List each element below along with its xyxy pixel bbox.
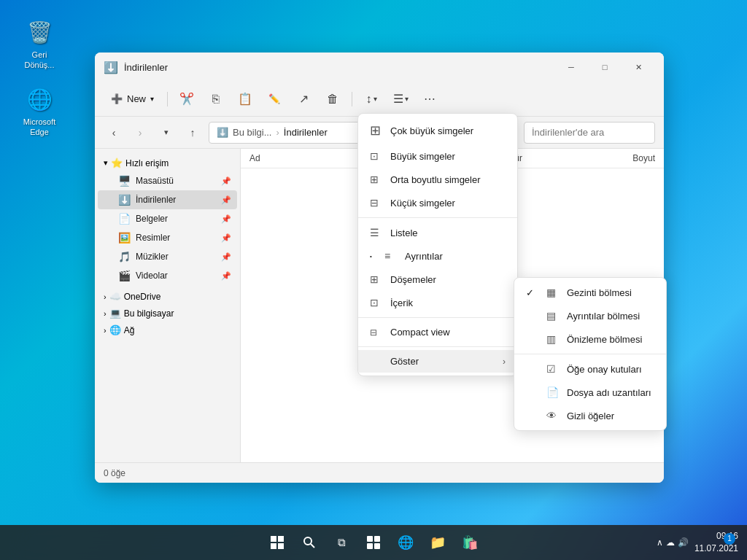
quick-access-icon: ⭐ [111, 158, 123, 168]
copy-button[interactable]: ⎘ [203, 86, 229, 112]
ayrintilar-bolmesi-icon: ▤ [546, 310, 558, 322]
menu-item-goster[interactable]: Göster › [358, 350, 517, 373]
address-path-part2: İndirilenler [284, 127, 328, 138]
menu-item-compact[interactable]: ⊟ Compact view [358, 321, 517, 343]
new-chevron-icon: ▾ [150, 95, 154, 103]
network-icon: 🌐 [109, 324, 121, 335]
resimler-label: Resimler [136, 233, 170, 243]
taskview-button[interactable]: ⧉ [327, 528, 356, 557]
sidebar-onedrive-header[interactable]: › ☁️ OneDrive [98, 288, 237, 305]
start-button[interactable] [263, 528, 292, 557]
submenu-item-gizli[interactable]: 👁 Gizli öğeler [514, 404, 666, 427]
sidebar-item-indirilenler[interactable]: ⬇️ İndirilenler 📌 [98, 190, 237, 209]
view-icon: ☰ [393, 92, 403, 106]
submenu-item-gezinti[interactable]: ✓ ▦ Gezinti bölmesi [514, 281, 666, 304]
resimler-icon: 🖼️ [118, 232, 130, 244]
cok-buyuk-label: Çok büyük simgeler [390, 125, 473, 136]
menu-item-cok-buyuk[interactable]: ⊞ Çok büyük simgeler [358, 117, 517, 144]
new-button[interactable]: ➕ New ▾ [104, 89, 161, 109]
sidebar-thispc-header[interactable]: › 💻 Bu bilgisayar [98, 305, 237, 322]
sidebar-item-masaustu[interactable]: 🖥️ Masaüstü 📌 [98, 171, 237, 190]
taskbar-center: ⧉ 🌐 📁 🛍️ [263, 528, 484, 557]
rename-button[interactable]: ✏️ [261, 86, 287, 112]
close-button[interactable]: ✕ [622, 55, 655, 79]
view-chevron-icon: ▾ [405, 95, 409, 103]
sidebar-item-resimler[interactable]: 🖼️ Resimler 📌 [98, 228, 237, 247]
address-separator-1: › [276, 127, 279, 138]
explorer-taskbar-icon[interactable]: 📁 [423, 528, 452, 557]
widgets-button[interactable] [359, 528, 388, 557]
paste-button[interactable]: 📋 [232, 86, 258, 112]
buyuk-label: Büyük simgeler [390, 151, 455, 162]
menu-item-kucuk[interactable]: ⊟ Küçük simgeler [358, 191, 517, 214]
show-submenu: ✓ ▦ Gezinti bölmesi ▤ Ayrıntılar bölmesi… [514, 277, 667, 431]
status-bar: 0 öğe [95, 462, 664, 483]
icerik-icon: ⊡ [370, 297, 382, 308]
taskbar-time[interactable]: 09:16 11.07.2021 1 [694, 530, 738, 555]
bullet-icon: • [370, 253, 376, 260]
muzikler-label: Müzikler [136, 252, 169, 262]
sidebar-item-videolar[interactable]: 🎬 Videolar 📌 [98, 266, 237, 285]
col-type: Tür [509, 153, 597, 163]
taskbar: ⧉ 🌐 📁 🛍️ ∧ ☁ 🔊 [0, 525, 747, 560]
new-label: New [127, 93, 146, 104]
view-button[interactable]: ☰ ▾ [387, 86, 414, 112]
svg-rect-0 [271, 536, 276, 542]
desktop-icon-recycle-bin[interactable]: 🗑️ Geri Dönüş... [13, 13, 66, 75]
search-input[interactable] [524, 122, 655, 144]
cut-button[interactable]: ✂️ [174, 86, 200, 112]
submenu-item-oge-onay[interactable]: ☑ Öğe onay kutuları [514, 357, 666, 381]
delete-button[interactable]: 🗑 [320, 86, 346, 112]
sort-chevron-icon: ▾ [374, 95, 377, 103]
thispc-icon: 💻 [109, 308, 121, 319]
share-button[interactable]: ↗ [290, 86, 317, 112]
menu-item-listele[interactable]: ☰ Listele [358, 221, 517, 244]
search-taskbar-button[interactable] [295, 528, 324, 557]
new-icon: ➕ [111, 93, 123, 104]
submenu-item-ayrintilar-bolmesi[interactable]: ▤ Ayrıntılar bölmesi [514, 304, 666, 327]
network-sys-icon[interactable]: ☁ [666, 537, 675, 548]
desktop-icon-edge[interactable]: 🌐 Microsoft Edge [13, 80, 66, 142]
sort-button[interactable]: ↕ ▾ [358, 86, 384, 112]
menu-sep-3 [358, 346, 517, 347]
menu-item-ayrintilar[interactable]: • ≡ Ayrıntılar [358, 244, 517, 268]
pin-icon-5: 📌 [221, 252, 231, 262]
menu-item-icerik[interactable]: ⊡ İçerik [358, 291, 517, 314]
maximize-button[interactable]: □ [588, 55, 622, 79]
toolbar-sep-1 [167, 92, 168, 106]
buyuk-icon: ⊡ [370, 150, 382, 162]
chevron-up-icon[interactable]: ∧ [657, 537, 663, 548]
sidebar-section-quick-access: ▾ ⭐ Hızlı erişim 🖥️ Masaüstü 📌 ⬇️ İndiri… [95, 155, 240, 285]
oge-onay-label: Öğe onay kutuları [567, 364, 642, 375]
up-button[interactable]: ↑ [182, 122, 203, 143]
submenu-item-dosya-adi[interactable]: 📄 Dosya adı uzantıları [514, 381, 666, 404]
back-button[interactable]: ‹ [104, 122, 124, 143]
speaker-icon[interactable]: 🔊 [678, 537, 689, 548]
gizli-label: Gizli öğeler [567, 411, 614, 421]
kucuk-icon: ⊟ [370, 197, 382, 209]
listele-icon: ☰ [370, 227, 382, 238]
submenu-sep-1 [514, 354, 666, 354]
masaustu-icon: 🖥️ [118, 175, 130, 187]
address-drive-icon: ⬇️ [217, 127, 228, 138]
sidebar-quick-access-header[interactable]: ▾ ⭐ Hızlı erişim [98, 155, 237, 171]
indirilenler-icon: ⬇️ [118, 194, 130, 206]
menu-item-orta[interactable]: ⊞ Orta boyutlu simgeler [358, 168, 517, 191]
menu-item-buyuk[interactable]: ⊡ Büyük simgeler [358, 144, 517, 168]
recent-locations-button[interactable]: ▾ [156, 122, 177, 143]
minimize-button[interactable]: ─ [554, 55, 588, 79]
gezinti-label: Gezinti bölmesi [567, 287, 632, 298]
store-taskbar-icon[interactable]: 🛍️ [455, 528, 484, 557]
submenu-item-onizleme[interactable]: ▥ Önizleme bölmesi [514, 327, 666, 351]
sidebar-network-header[interactable]: › 🌐 Ağ [98, 322, 237, 338]
forward-button[interactable]: › [130, 122, 150, 143]
dosemeler-icon: ⊞ [370, 273, 382, 285]
menu-item-dosemeler[interactable]: ⊞ Döşemeler [358, 268, 517, 291]
title-bar-title: İndirilenler [124, 62, 549, 73]
sidebar-item-muzikler[interactable]: 🎵 Müzikler 📌 [98, 247, 237, 266]
edge-taskbar-icon[interactable]: 🌐 [391, 528, 420, 557]
more-button[interactable]: ⋯ [417, 86, 443, 112]
title-bar-icon: ⬇️ [104, 61, 118, 74]
taskbar-right: ∧ ☁ 🔊 09:16 11.07.2021 1 [657, 530, 738, 555]
sidebar-item-belgeler[interactable]: 📄 Belgeler 📌 [98, 209, 237, 228]
